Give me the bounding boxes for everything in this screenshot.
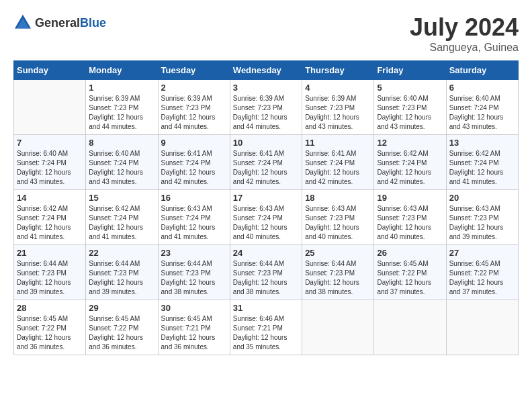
day-number: 30 <box>161 303 227 313</box>
day-info: Sunrise: 6:40 AMSunset: 7:24 PMDaylight:… <box>17 149 83 187</box>
table-row: 14Sunrise: 6:42 AMSunset: 7:24 PMDayligh… <box>14 190 86 245</box>
day-number: 2 <box>161 83 227 93</box>
table-row: 20Sunrise: 6:43 AMSunset: 7:23 PMDayligh… <box>446 190 518 245</box>
col-friday: Friday <box>374 61 446 80</box>
day-number: 19 <box>377 193 443 203</box>
day-info: Sunrise: 6:44 AMSunset: 7:23 PMDaylight:… <box>17 259 83 297</box>
day-info: Sunrise: 6:40 AMSunset: 7:23 PMDaylight:… <box>377 94 443 132</box>
day-info: Sunrise: 6:46 AMSunset: 7:21 PMDaylight:… <box>233 314 299 352</box>
col-thursday: Thursday <box>302 61 374 80</box>
day-number: 23 <box>161 248 227 258</box>
day-number: 22 <box>89 248 154 258</box>
day-info: Sunrise: 6:44 AMSunset: 7:23 PMDaylight:… <box>233 259 299 297</box>
location-subtitle: Sangueya, Guinea <box>410 42 519 54</box>
day-number: 5 <box>377 83 443 93</box>
col-tuesday: Tuesday <box>158 61 230 80</box>
table-row: 28Sunrise: 6:45 AMSunset: 7:22 PMDayligh… <box>14 300 86 355</box>
day-info: Sunrise: 6:45 AMSunset: 7:22 PMDaylight:… <box>449 259 515 297</box>
day-info: Sunrise: 6:43 AMSunset: 7:24 PMDaylight:… <box>233 204 299 242</box>
table-row: 1Sunrise: 6:39 AMSunset: 7:23 PMDaylight… <box>86 80 158 135</box>
day-info: Sunrise: 6:45 AMSunset: 7:22 PMDaylight:… <box>377 259 443 297</box>
table-row: 25Sunrise: 6:44 AMSunset: 7:23 PMDayligh… <box>302 245 374 300</box>
day-info: Sunrise: 6:39 AMSunset: 7:23 PMDaylight:… <box>89 94 154 132</box>
day-number: 4 <box>305 83 371 93</box>
table-row: 26Sunrise: 6:45 AMSunset: 7:22 PMDayligh… <box>374 245 446 300</box>
day-number: 9 <box>161 138 227 148</box>
page-header: GeneralBlue July 2024 Sangueya, Guinea <box>13 13 519 54</box>
day-number: 8 <box>89 138 154 148</box>
table-row: 3Sunrise: 6:39 AMSunset: 7:23 PMDaylight… <box>230 80 302 135</box>
day-info: Sunrise: 6:42 AMSunset: 7:24 PMDaylight:… <box>89 204 154 242</box>
day-number: 16 <box>161 193 227 203</box>
day-number: 1 <box>89 83 154 93</box>
calendar-week-4: 21Sunrise: 6:44 AMSunset: 7:23 PMDayligh… <box>14 245 519 300</box>
table-row: 2Sunrise: 6:39 AMSunset: 7:23 PMDaylight… <box>158 80 230 135</box>
day-number: 7 <box>17 138 83 148</box>
day-info: Sunrise: 6:41 AMSunset: 7:24 PMDaylight:… <box>305 149 371 187</box>
day-info: Sunrise: 6:44 AMSunset: 7:23 PMDaylight:… <box>89 259 154 297</box>
day-info: Sunrise: 6:43 AMSunset: 7:23 PMDaylight:… <box>377 204 443 242</box>
col-sunday: Sunday <box>14 61 86 80</box>
day-number: 21 <box>17 248 83 258</box>
day-number: 20 <box>449 193 515 203</box>
day-info: Sunrise: 6:43 AMSunset: 7:23 PMDaylight:… <box>449 204 515 242</box>
day-info: Sunrise: 6:40 AMSunset: 7:24 PMDaylight:… <box>89 149 154 187</box>
day-info: Sunrise: 6:44 AMSunset: 7:23 PMDaylight:… <box>305 259 371 297</box>
day-info: Sunrise: 6:39 AMSunset: 7:23 PMDaylight:… <box>305 94 371 132</box>
month-year-title: July 2024 <box>410 13 519 42</box>
table-row: 12Sunrise: 6:42 AMSunset: 7:24 PMDayligh… <box>374 135 446 190</box>
table-row: 18Sunrise: 6:43 AMSunset: 7:23 PMDayligh… <box>302 190 374 245</box>
calendar-week-2: 7Sunrise: 6:40 AMSunset: 7:24 PMDaylight… <box>14 135 519 190</box>
calendar-table: Sunday Monday Tuesday Wednesday Thursday… <box>13 60 519 355</box>
table-row: 16Sunrise: 6:43 AMSunset: 7:24 PMDayligh… <box>158 190 230 245</box>
table-row: 6Sunrise: 6:40 AMSunset: 7:24 PMDaylight… <box>446 80 518 135</box>
day-info: Sunrise: 6:39 AMSunset: 7:23 PMDaylight:… <box>233 94 299 132</box>
day-number: 27 <box>449 248 515 258</box>
title-section: July 2024 Sangueya, Guinea <box>410 13 519 54</box>
calendar-week-5: 28Sunrise: 6:45 AMSunset: 7:22 PMDayligh… <box>14 300 519 355</box>
calendar-header-row: Sunday Monday Tuesday Wednesday Thursday… <box>14 61 519 80</box>
table-row: 23Sunrise: 6:44 AMSunset: 7:23 PMDayligh… <box>158 245 230 300</box>
day-number: 12 <box>377 138 443 148</box>
day-number: 10 <box>233 138 299 148</box>
table-row: 11Sunrise: 6:41 AMSunset: 7:24 PMDayligh… <box>302 135 374 190</box>
day-number: 24 <box>233 248 299 258</box>
day-info: Sunrise: 6:44 AMSunset: 7:23 PMDaylight:… <box>161 259 227 297</box>
day-number: 6 <box>449 83 515 93</box>
day-number: 29 <box>89 303 154 313</box>
table-row <box>374 300 446 355</box>
logo: GeneralBlue <box>13 13 106 32</box>
calendar-week-3: 14Sunrise: 6:42 AMSunset: 7:24 PMDayligh… <box>14 190 519 245</box>
table-row: 15Sunrise: 6:42 AMSunset: 7:24 PMDayligh… <box>86 190 158 245</box>
day-number: 14 <box>17 193 83 203</box>
col-wednesday: Wednesday <box>230 61 302 80</box>
day-info: Sunrise: 6:41 AMSunset: 7:24 PMDaylight:… <box>233 149 299 187</box>
day-number: 26 <box>377 248 443 258</box>
table-row: 31Sunrise: 6:46 AMSunset: 7:21 PMDayligh… <box>230 300 302 355</box>
table-row: 10Sunrise: 6:41 AMSunset: 7:24 PMDayligh… <box>230 135 302 190</box>
table-row: 7Sunrise: 6:40 AMSunset: 7:24 PMDaylight… <box>14 135 86 190</box>
logo-icon <box>13 13 32 32</box>
table-row: 4Sunrise: 6:39 AMSunset: 7:23 PMDaylight… <box>302 80 374 135</box>
day-info: Sunrise: 6:45 AMSunset: 7:22 PMDaylight:… <box>89 314 154 352</box>
logo-text: GeneralBlue <box>35 16 106 30</box>
table-row <box>302 300 374 355</box>
table-row: 17Sunrise: 6:43 AMSunset: 7:24 PMDayligh… <box>230 190 302 245</box>
day-number: 28 <box>17 303 83 313</box>
table-row: 22Sunrise: 6:44 AMSunset: 7:23 PMDayligh… <box>86 245 158 300</box>
table-row: 19Sunrise: 6:43 AMSunset: 7:23 PMDayligh… <box>374 190 446 245</box>
day-info: Sunrise: 6:41 AMSunset: 7:24 PMDaylight:… <box>161 149 227 187</box>
day-info: Sunrise: 6:45 AMSunset: 7:21 PMDaylight:… <box>161 314 227 352</box>
table-row: 29Sunrise: 6:45 AMSunset: 7:22 PMDayligh… <box>86 300 158 355</box>
day-info: Sunrise: 6:40 AMSunset: 7:24 PMDaylight:… <box>449 94 515 132</box>
day-info: Sunrise: 6:45 AMSunset: 7:22 PMDaylight:… <box>17 314 83 352</box>
col-monday: Monday <box>86 61 158 80</box>
day-info: Sunrise: 6:39 AMSunset: 7:23 PMDaylight:… <box>161 94 227 132</box>
table-row <box>446 300 518 355</box>
day-info: Sunrise: 6:42 AMSunset: 7:24 PMDaylight:… <box>377 149 443 187</box>
day-number: 13 <box>449 138 515 148</box>
table-row: 9Sunrise: 6:41 AMSunset: 7:24 PMDaylight… <box>158 135 230 190</box>
day-number: 25 <box>305 248 371 258</box>
table-row: 24Sunrise: 6:44 AMSunset: 7:23 PMDayligh… <box>230 245 302 300</box>
table-row: 21Sunrise: 6:44 AMSunset: 7:23 PMDayligh… <box>14 245 86 300</box>
